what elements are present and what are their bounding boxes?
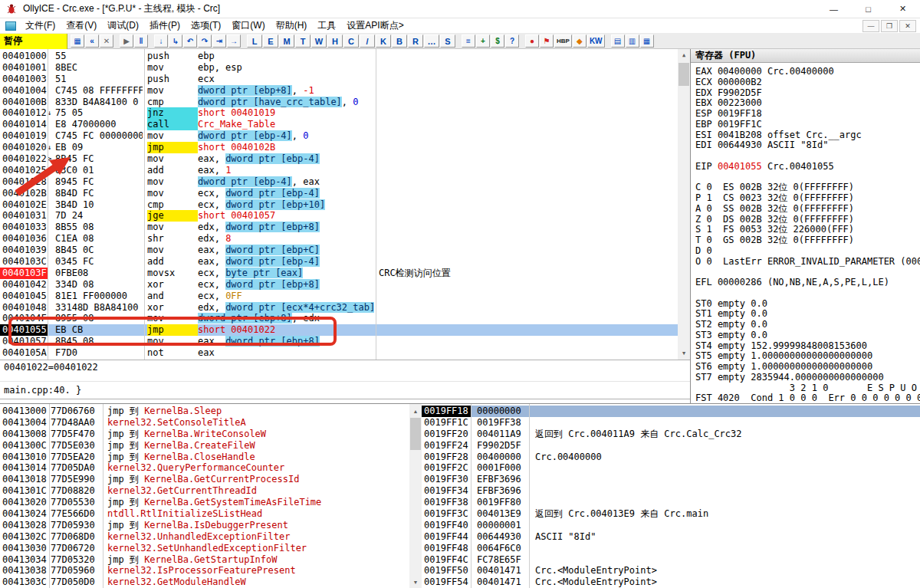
dump-scrollbar[interactable]: ▲ ▼	[409, 403, 422, 588]
register-line[interactable]: EDI 00644930 ASCII "8Id"	[695, 140, 920, 151]
register-line[interactable]: C 0 ES 002B 32位 0(FFFFFFFF)	[695, 182, 920, 193]
view-windows-button[interactable]: W	[311, 34, 327, 48]
run-button[interactable]: ▶	[120, 34, 133, 48]
animate-into-button[interactable]: ↶	[183, 34, 197, 48]
register-line[interactable]: ST3 empty 0.0	[695, 330, 920, 341]
disasm-row[interactable]: 00401055EB CBjmpshort 00401022	[0, 324, 678, 336]
menu-item-4[interactable]: 插件(P)	[144, 18, 186, 33]
options-button[interactable]: ≡	[462, 34, 475, 48]
register-line[interactable]: ESP 0019FF18	[695, 109, 920, 120]
disasm-row[interactable]: 0040100055pushebp	[0, 51, 678, 62]
maximize-button[interactable]: □	[851, 0, 886, 18]
memory-dump-row[interactable]: 0041302077D05530jmp 到 KernelBa.GetSystem…	[0, 497, 409, 508]
menu-item-2[interactable]: 查看(V)	[61, 18, 102, 33]
animate-over-button[interactable]: ↷	[198, 34, 212, 48]
view-references-button[interactable]: R	[408, 34, 423, 48]
disasm-row[interactable]: 0040100B833D B4A84100 0cmpdword ptr [hav…	[0, 97, 678, 108]
memory-dump-row[interactable]: 0041300477D48AA0kernel32.SetConsoleTitle…	[0, 417, 409, 429]
register-line[interactable]: ST0 empty 0.0	[695, 299, 920, 310]
register-line[interactable]	[695, 267, 920, 278]
disasm-row[interactable]: 00401012↓75 05jnzshort 00401019	[0, 107, 678, 119]
disasm-row[interactable]: 004010338B55 08movedx, dword ptr [ebp+8]	[0, 222, 678, 233]
menu-item-1[interactable]: 文件(F)	[20, 18, 61, 33]
menu-item-9[interactable]: 设置API断点>	[341, 18, 409, 33]
scroll-thumb[interactable]	[678, 63, 689, 86]
step-into-button[interactable]: ↓	[154, 34, 168, 48]
disasm-row[interactable]: 0040102E3B4D 10cmpecx, dword ptr [ebp+10…	[0, 199, 678, 211]
register-line[interactable]: ST6 empty 1.00000000000000000000	[695, 362, 920, 373]
disasm-row[interactable]: 0040103C0345 FCaddeax, dword ptr [ebp-4]	[0, 256, 678, 268]
memory-dump-row[interactable]: 0041302877D05930jmp 到 KernelBa.IsDebugge…	[0, 520, 409, 531]
disasm-row[interactable]: 0040103F0FBE08movsxecx, byte ptr [eax]CR…	[0, 268, 678, 279]
disasm-row[interactable]: 004010398B45 0Cmoveax, dword ptr [ebp+C]	[0, 245, 678, 256]
disasm-row[interactable]: 004010317D 24jgeshort 00401057	[0, 210, 678, 222]
scroll-up-button[interactable]: ▲	[409, 405, 422, 417]
disasm-row[interactable]: 00401004C745 08 FFFFFFFFmovdword ptr [eb…	[0, 85, 678, 97]
disasm-row[interactable]: 0040105AF7D0noteax	[0, 347, 678, 359]
view-handles-button[interactable]: H	[327, 34, 343, 48]
child-window-icon[interactable]	[5, 21, 16, 31]
help-button[interactable]: ?	[505, 34, 519, 48]
disasm-scrollbar[interactable]: ▲ ▼	[678, 49, 690, 360]
disasm-row[interactable]: 00401036C1EA 08shredx, 8	[0, 233, 678, 245]
disasm-row[interactable]: 0040102B8B4D FCmovecx, dword ptr [ebp-4]	[0, 188, 678, 199]
register-line[interactable]: ECX 000000B2	[695, 77, 920, 88]
disasm-row[interactable]: 0040100351pushecx	[0, 74, 678, 85]
disasm-row[interactable]: 0040102583C0 01addeax, 1	[0, 165, 678, 176]
stack-row[interactable]: 0019FF5400401471Crc.<ModuleEntryPoint>	[422, 577, 920, 588]
disasm-row[interactable]: 00401014E8 47000000callCrc_Make_Table	[0, 119, 678, 130]
stack-row[interactable]: 0019FF380019FF80	[422, 497, 920, 508]
register-line[interactable]	[695, 288, 920, 299]
scroll-down-button[interactable]: ▼	[409, 576, 422, 588]
memory-dump-row[interactable]: 0041300877D5F470jmp 到 KernelBa.WriteCons…	[0, 429, 409, 440]
open-file-button[interactable]: ▦	[71, 34, 84, 48]
memory-dump-row[interactable]: 0041300077D06760jmp 到 KernelBa.Sleep	[0, 406, 409, 417]
step-over-button[interactable]: ↳	[169, 34, 182, 48]
disasm-row[interactable]: 004010578B45 08moveax, dword ptr [ebp+8]	[0, 336, 678, 347]
memory-dump-row[interactable]: 0041303877D05960kernel32.IsProcessorFeat…	[0, 565, 409, 577]
memory-dump-row[interactable]: 0041302C77D068D0kernel32.UnhandledExcept…	[0, 531, 409, 543]
memory-dump-row[interactable]: 0041301877D5E990jmp 到 KernelBa.GetCurren…	[0, 474, 409, 485]
stack-row[interactable]: 0019FF3C004013E9返回到 Crc.004013E9 来自 Crc.…	[422, 508, 920, 520]
child-restore-button[interactable]: ❐	[881, 20, 898, 32]
view-memory-button[interactable]: M	[279, 34, 294, 48]
view-threads-button[interactable]: T	[295, 34, 310, 48]
view-log-button[interactable]: L	[247, 34, 262, 48]
go-to-address-button[interactable]: →	[227, 34, 241, 48]
stack-row[interactable]: 0019FF2800400000Crc.00400000	[422, 452, 920, 463]
plugin-button[interactable]: $	[491, 34, 504, 48]
view-source-button[interactable]: S	[440, 34, 455, 48]
plugin-button[interactable]: +	[476, 34, 490, 48]
stack-row[interactable]: 0019FF1C0019FF38	[422, 417, 920, 429]
stack-row[interactable]: 0019FF5000401471Crc.<ModuleEntryPoint>	[422, 565, 920, 577]
minimize-button[interactable]: —	[816, 0, 851, 18]
view-cpu-button[interactable]: C	[343, 34, 359, 48]
close-button[interactable]: ✕	[886, 0, 920, 18]
pause-button[interactable]: ‖	[134, 34, 148, 48]
scroll-down-button[interactable]: ▼	[678, 347, 690, 360]
stack-row[interactable]: 0019FF20004011A9返回到 Crc.004011A9 来自 Crc.…	[422, 429, 920, 440]
menu-item-3[interactable]: 调试(D)	[102, 18, 144, 33]
register-line[interactable]: ST4 empty 152.99999848008153600	[695, 341, 920, 352]
view-patches-button[interactable]: /	[360, 34, 375, 48]
disasm-row[interactable]: 00401020↓EB 09jmpshort 0040102B	[0, 142, 678, 153]
register-line[interactable]: EDX F9902D5F	[695, 88, 920, 99]
disasm-row[interactable]: 0040104833148D B8A84100xoredx, dword ptr…	[0, 302, 678, 314]
restart-button[interactable]: «	[85, 34, 99, 48]
stack-row[interactable]: 0019FF4400644930ASCII "8Id"	[422, 531, 920, 543]
menu-item-6[interactable]: 窗口(W)	[226, 18, 270, 33]
memory-dump-row[interactable]: 0041303077D06720kernel32.SetUnhandledExc…	[0, 543, 409, 554]
register-line[interactable]: ST5 empty 1.00000000000000000000	[695, 351, 920, 362]
register-line[interactable]: ST2 empty 0.0	[695, 320, 920, 330]
register-line[interactable]: O 0 LastErr ERROR_INVALID_PARAMETER (000…	[695, 257, 920, 268]
stack-row[interactable]: 0019FF4000000001	[422, 520, 920, 531]
child-minimize-button[interactable]: —	[863, 20, 879, 32]
register-line[interactable]: EAX 00400000 Crc.00400000	[695, 67, 920, 77]
stack-row[interactable]: 0019FF30EFBF3696	[422, 474, 920, 485]
hardware-breakpoint-button[interactable]: HBP	[554, 34, 572, 48]
view-executables-button[interactable]: E	[263, 34, 278, 48]
disasm-row[interactable]: 004010288945 FCmovdword ptr [ebp-4], eax	[0, 176, 678, 188]
plugin-button[interactable]: ●	[525, 34, 539, 48]
memory-dump-row[interactable]: 0041301077D5EA20jmp 到 KernelBa.CloseHand…	[0, 452, 409, 463]
stack-row[interactable]: 0019FF24F9902D5F	[422, 440, 920, 452]
